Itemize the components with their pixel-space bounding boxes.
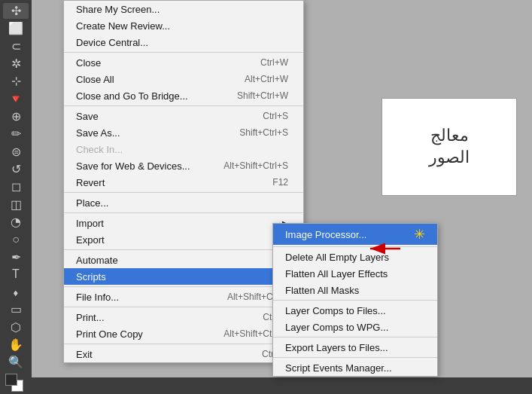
file-menu: Share My Screen... Create New Review... …: [63, 0, 304, 363]
tool-hand[interactable]: ✋: [3, 337, 29, 353]
tool-move[interactable]: ✣: [3, 3, 29, 19]
tool-magic-wand[interactable]: ✲: [3, 56, 29, 72]
separator-8: [64, 344, 303, 344]
menu-item-save-as[interactable]: Save As... Shift+Ctrl+S: [64, 124, 303, 141]
menu-item-device-central[interactable]: Device Central...: [64, 34, 303, 50]
separator-4: [64, 212, 303, 213]
menu-item-automate[interactable]: Automate ▶: [64, 252, 303, 268]
submenu-item-layer-comps-files[interactable]: Layer Comps to Files...: [273, 302, 437, 319]
menu-item-place[interactable]: Place...: [64, 194, 303, 211]
tool-lasso[interactable]: ⊂: [3, 38, 29, 54]
tool-crop[interactable]: ⊹: [3, 73, 29, 89]
menu-item-new-review[interactable]: Create New Review...: [64, 17, 303, 34]
menu-item-file-info[interactable]: File Info... Alt+Shift+Ctrl+I: [64, 289, 303, 305]
submenu-item-script-events[interactable]: Script Events Manager...: [273, 359, 437, 376]
tool-blur[interactable]: ◔: [3, 214, 29, 230]
menu-item-print[interactable]: Print... Ctrl+P: [64, 309, 303, 325]
submenu-item-flatten-masks[interactable]: Flatten All Masks: [273, 282, 437, 298]
tool-zoom[interactable]: 🔍: [3, 354, 29, 370]
submenu-item-delete-empty-layers[interactable]: Delete All Empty Layers: [273, 249, 437, 265]
menu-item-exit[interactable]: Exit Ctrl+Q: [64, 346, 303, 362]
tool-marquee[interactable]: ⬜: [3, 20, 29, 36]
tool-type[interactable]: T: [3, 267, 29, 283]
tool-history[interactable]: ↺: [3, 161, 29, 177]
tool-brush[interactable]: ✏: [3, 126, 29, 142]
menu-item-import[interactable]: Import ▶: [64, 215, 303, 231]
menu-item-revert[interactable]: Revert F12: [64, 174, 303, 191]
status-bar: [0, 377, 532, 394]
tool-3d[interactable]: ⬡: [3, 319, 29, 335]
submenu-separator-2: [273, 300, 437, 301]
menu-item-save-web[interactable]: Save for Web & Devices... Alt+Shift+Ctrl…: [64, 157, 303, 174]
tool-eraser[interactable]: ◻: [3, 179, 29, 194]
submenu-item-image-processor[interactable]: Image Processor... ✳: [273, 224, 437, 245]
color-swatches[interactable]: [5, 374, 26, 389]
tool-clone[interactable]: ⊜: [3, 144, 29, 160]
tool-shape[interactable]: ▭: [3, 301, 29, 317]
separator-1: [64, 52, 303, 53]
tool-path-select[interactable]: ⬧: [3, 284, 29, 300]
submenu-item-flatten-effects[interactable]: Flatten All Layer Effects: [273, 265, 437, 282]
foreground-color: [5, 374, 17, 386]
tool-eyedropper[interactable]: 🔻: [3, 91, 29, 107]
menu-item-check-in[interactable]: Check In...: [64, 141, 303, 157]
toolbar: ✣ ⬜ ⊂ ✲ ⊹ 🔻 ⊕ ✏ ⊜ ↺ ◻ ◫ ◔ ○ ✒ T ⬧ ▭ ⬡ ✋ …: [0, 0, 32, 394]
menu-item-save[interactable]: Save Ctrl+S: [64, 108, 303, 124]
tool-gradient[interactable]: ◫: [3, 196, 29, 212]
menu-item-export[interactable]: Export ▶: [64, 231, 303, 248]
tool-dodge[interactable]: ○: [3, 231, 29, 247]
separator-6: [64, 286, 303, 287]
separator-5: [64, 249, 303, 250]
document-panel: معالج الصور: [382, 98, 517, 196]
submenu-separator-3: [273, 337, 437, 337]
tool-pen[interactable]: ✒: [3, 249, 29, 264]
scripts-submenu: Image Processor... ✳ Delete All Empty La…: [272, 223, 438, 377]
menu-item-print-one-copy[interactable]: Print One Copy Alt+Shift+Ctrl+P: [64, 325, 303, 342]
menu-item-close[interactable]: Close Ctrl+W: [64, 54, 303, 71]
menu-item-close-all[interactable]: Close All Alt+Ctrl+W: [64, 71, 303, 87]
separator-2: [64, 105, 303, 106]
tool-healing[interactable]: ⊕: [3, 108, 29, 124]
menu-item-share-screen[interactable]: Share My Screen...: [64, 1, 303, 17]
submenu-separator-4: [273, 357, 437, 358]
menu-item-scripts[interactable]: Scripts ▶: [64, 268, 303, 285]
menu-item-close-go-bridge[interactable]: Close and Go To Bridge... Shift+Ctrl+W: [64, 87, 303, 104]
separator-3: [64, 192, 303, 193]
submenu-item-export-layers[interactable]: Export Layers to Files...: [273, 339, 437, 356]
submenu-separator-1: [273, 246, 437, 247]
canvas-area: ستمد العيد معالج الصور Share My Screen..…: [32, 0, 532, 394]
submenu-item-layer-comps-wpg[interactable]: Layer Comps to WPG...: [273, 319, 437, 335]
doc-text: معالج الصور: [429, 125, 470, 168]
cursor-star-icon: ✳: [414, 226, 425, 243]
separator-7: [64, 307, 303, 307]
